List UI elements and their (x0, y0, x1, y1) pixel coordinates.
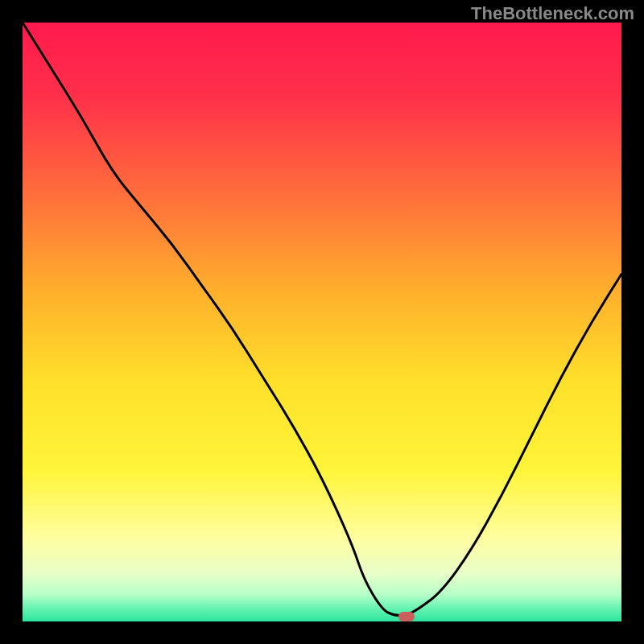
plot-area (23, 23, 621, 621)
background-gradient (23, 23, 621, 621)
svg-rect-0 (23, 23, 621, 621)
outer-frame: TheBottleneck.com (0, 0, 644, 644)
current-point-marker (398, 612, 415, 621)
watermark-text: TheBottleneck.com (471, 3, 634, 24)
